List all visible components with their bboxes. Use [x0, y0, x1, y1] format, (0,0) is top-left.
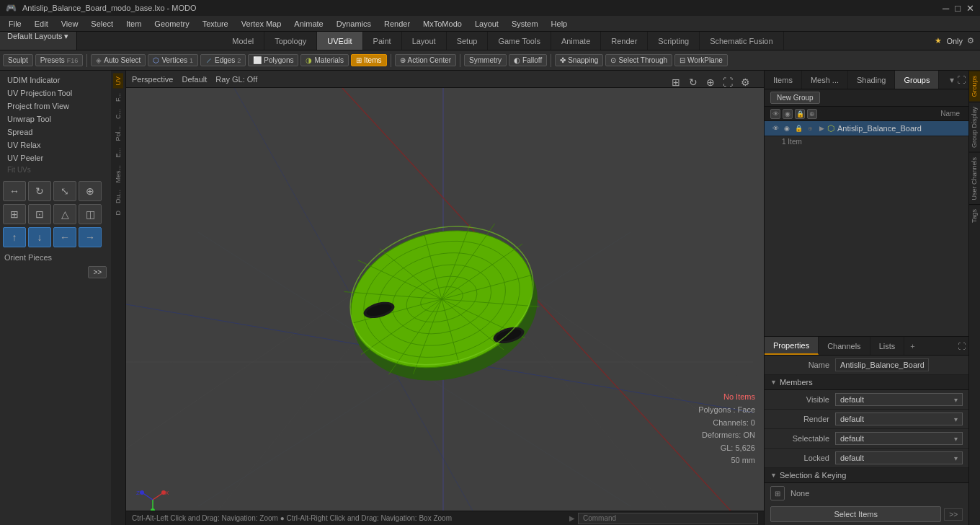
- uv-unwrap-icon[interactable]: ◫: [79, 204, 102, 224]
- uv-right-icon[interactable]: →: [79, 227, 102, 247]
- members-section-header[interactable]: ▼ Members: [765, 375, 968, 390]
- tab-render[interactable]: Render: [601, 32, 648, 50]
- vp-maximize-button[interactable]: ⛶: [721, 75, 735, 89]
- strip-label-pol[interactable]: Pol...: [113, 123, 123, 144]
- tab-mesh[interactable]: Mesh ...: [802, 71, 848, 89]
- menu-item-help[interactable]: Help: [545, 18, 574, 30]
- vp-settings-button[interactable]: ⚙: [738, 75, 752, 89]
- selectable-dropdown[interactable]: default ▾: [835, 432, 963, 445]
- menu-item-view[interactable]: View: [55, 18, 84, 30]
- menu-item-texture[interactable]: Texture: [197, 18, 234, 30]
- uv-tool-project-from-view[interactable]: Project from View: [3, 100, 108, 112]
- uv-tool-unwrap-tool[interactable]: Unwrap Tool: [3, 112, 108, 125]
- render-dropdown[interactable]: default ▾: [835, 412, 963, 425]
- viewport-canvas[interactable]: No Items Polygons : Face Channels: 0 Def…: [126, 88, 764, 525]
- extra-col-icon[interactable]: ⊕: [807, 109, 817, 119]
- tab-model[interactable]: Model: [222, 32, 264, 50]
- menu-item-dynamics[interactable]: Dynamics: [331, 18, 377, 30]
- vp-refresh-button[interactable]: ↻: [686, 75, 700, 89]
- tab-uvedit[interactable]: UVEdit: [317, 32, 362, 50]
- keying-section-header[interactable]: ▼ Selection & Keying: [765, 468, 968, 483]
- menu-item-select[interactable]: Select: [85, 18, 119, 30]
- select-through-button[interactable]: ⊙ Select Through: [605, 54, 672, 66]
- expand-right-icon[interactable]: ⛶: [957, 75, 966, 85]
- symmetry-button[interactable]: Symmetry: [464, 54, 507, 66]
- menu-item-render[interactable]: Render: [378, 18, 416, 30]
- strip-label-mes[interactable]: Mes...: [113, 162, 123, 186]
- vp-zoom-button[interactable]: ⊕: [703, 75, 718, 89]
- tab-items[interactable]: Items: [765, 71, 802, 89]
- falloff-button[interactable]: ◐ Falloff: [509, 54, 547, 66]
- layout-select[interactable]: Default Layouts ▾: [0, 32, 77, 50]
- strip-user-channels[interactable]: User Channels: [969, 152, 980, 205]
- strip-label-f[interactable]: F...: [113, 90, 123, 105]
- workplane-button[interactable]: ⊟ WorkPlane: [674, 54, 728, 66]
- tab-schematic-fusion[interactable]: Schematic Fusion: [700, 32, 783, 50]
- render-col-icon[interactable]: ◉: [783, 109, 793, 119]
- prop-tab-channels[interactable]: Channels: [819, 337, 870, 355]
- vertices-button[interactable]: ⬡ Vertices 1: [148, 54, 198, 66]
- edges-button[interactable]: ⟋ Edges 2: [200, 54, 246, 66]
- tab-game-tools[interactable]: Game Tools: [488, 32, 551, 50]
- tab-animate[interactable]: Animate: [551, 32, 601, 50]
- menu-item-edit[interactable]: Edit: [29, 18, 54, 30]
- item-expand-icon[interactable]: ▶: [819, 125, 824, 132]
- tab-shading[interactable]: Shading: [848, 71, 895, 89]
- uv-down-icon[interactable]: ↓: [28, 227, 51, 247]
- uv-tool-uv-projection-tool[interactable]: UV Projection Tool: [3, 87, 108, 100]
- sculpt-button[interactable]: Sculpt: [3, 54, 33, 66]
- uv-grid-icon[interactable]: ⊞: [3, 204, 26, 224]
- transform-icon[interactable]: ⊕: [79, 181, 102, 201]
- prop-tab-add[interactable]: +: [904, 337, 920, 355]
- item-eye-icon[interactable]: 👁: [770, 123, 780, 133]
- settings-icon[interactable]: ⚙: [967, 36, 974, 45]
- vp-frame-button[interactable]: ⊞: [669, 75, 683, 89]
- viewport-perspective[interactable]: Perspective: [132, 75, 173, 84]
- uv-tool-spread[interactable]: Spread: [3, 125, 108, 138]
- name-input[interactable]: [835, 358, 929, 371]
- uv-tile-icon[interactable]: ⊡: [28, 204, 51, 224]
- menu-item-file[interactable]: File: [3, 18, 27, 30]
- minimize-button[interactable]: ─: [943, 3, 949, 14]
- expand-button[interactable]: >>: [88, 266, 107, 278]
- lock-col-icon[interactable]: 🔒: [795, 109, 805, 119]
- command-input[interactable]: [578, 513, 758, 524]
- strip-label-c[interactable]: C...: [113, 106, 123, 122]
- uv-tool-uv-relax[interactable]: UV Relax: [3, 138, 108, 151]
- strip-tags[interactable]: Tags: [969, 204, 980, 227]
- locked-dropdown[interactable]: default ▾: [835, 451, 963, 464]
- rotate-icon[interactable]: ↻: [28, 181, 51, 201]
- strip-label-e[interactable]: E...: [113, 145, 123, 161]
- tab-setup[interactable]: Setup: [447, 32, 489, 50]
- viewport-raygl[interactable]: Ray GL: Off: [215, 75, 257, 84]
- items-button[interactable]: ⊞ Items: [351, 54, 386, 66]
- tab-scripting[interactable]: Scripting: [648, 32, 700, 50]
- move-icon[interactable]: ↔: [3, 181, 26, 201]
- select-items-button[interactable]: Select Items: [770, 506, 941, 522]
- new-group-button[interactable]: New Group: [770, 92, 820, 104]
- menu-item-vertex-map[interactable]: Vertex Map: [236, 18, 288, 30]
- tab-topology[interactable]: Topology: [264, 32, 317, 50]
- eye-col-icon[interactable]: 👁: [770, 109, 780, 119]
- item-render-icon[interactable]: ◉: [782, 123, 792, 133]
- expand-prop-button[interactable]: >>: [944, 508, 963, 521]
- uv-tool-uv-peeler[interactable]: UV Peeler: [3, 151, 108, 164]
- uv-tool-fit-uvs[interactable]: Fit UVs: [3, 164, 108, 175]
- item-lock-icon[interactable]: 🔒: [793, 123, 803, 133]
- prop-expand-icon[interactable]: ⛶: [958, 342, 966, 350]
- visible-dropdown[interactable]: default ▾: [835, 393, 963, 406]
- polygons-button[interactable]: ⬜ Polygons: [248, 54, 298, 66]
- item-extra-icon[interactable]: ⊕: [805, 123, 815, 133]
- menu-item-geometry[interactable]: Geometry: [148, 18, 195, 30]
- uv-up-icon[interactable]: ↑: [3, 227, 26, 247]
- scale-icon[interactable]: ⤡: [53, 181, 76, 201]
- snapping-button[interactable]: ✤ Snapping: [555, 54, 603, 66]
- strip-label-d[interactable]: D: [113, 208, 123, 219]
- menu-item-layout[interactable]: Layout: [469, 18, 504, 30]
- strip-group-display[interactable]: Group Display: [969, 102, 980, 152]
- action-center-button[interactable]: ⊕ Action Center: [395, 54, 457, 66]
- auto-select-button[interactable]: ◈ Auto Select: [91, 54, 146, 66]
- collapse-right-icon[interactable]: ▾: [950, 75, 954, 85]
- menu-item-animate[interactable]: Animate: [288, 18, 329, 30]
- presets-button[interactable]: Presets F16: [35, 54, 83, 66]
